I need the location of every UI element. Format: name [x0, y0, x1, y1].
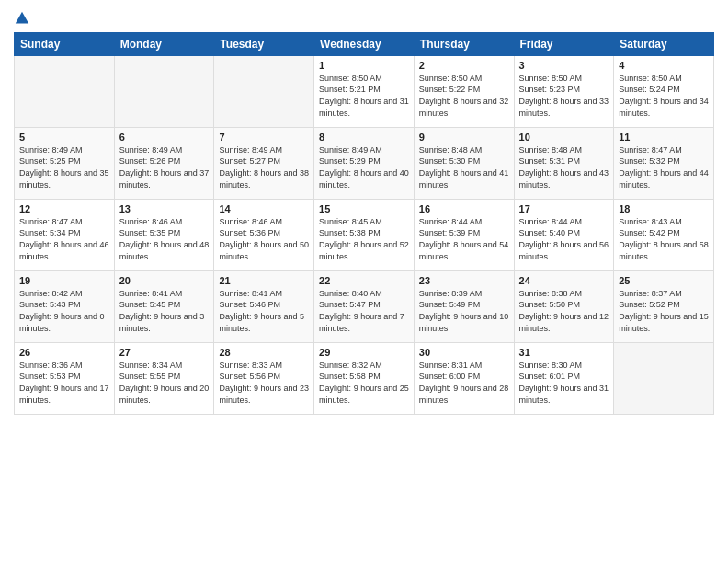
day-number: 5: [19, 132, 109, 143]
weekday-header-wednesday: Wednesday: [314, 32, 415, 55]
day-number: 19: [19, 275, 109, 286]
day-info: Sunrise: 8:44 AMSunset: 5:39 PMDaylight:…: [419, 216, 509, 262]
day-number: 8: [319, 132, 409, 143]
week-row-2: 5Sunrise: 8:49 AMSunset: 5:25 PMDaylight…: [15, 127, 714, 199]
day-cell: 9Sunrise: 8:48 AMSunset: 5:30 PMDaylight…: [414, 127, 514, 199]
day-number: 13: [119, 203, 210, 214]
day-cell: 4Sunrise: 8:50 AMSunset: 5:24 PMDaylight…: [614, 55, 714, 127]
day-cell: 25Sunrise: 8:37 AMSunset: 5:52 PMDayligh…: [614, 270, 714, 342]
logo: [14, 9, 30, 27]
day-info: Sunrise: 8:30 AMSunset: 6:01 PMDaylight:…: [519, 360, 609, 406]
day-cell: 28Sunrise: 8:33 AMSunset: 5:56 PMDayligh…: [214, 342, 314, 414]
day-number: 18: [619, 203, 709, 214]
day-number: 26: [19, 347, 109, 358]
day-info: Sunrise: 8:37 AMSunset: 5:52 PMDaylight:…: [619, 288, 709, 334]
day-number: 21: [219, 275, 309, 286]
day-number: 28: [219, 347, 309, 358]
day-cell: [214, 55, 314, 127]
day-cell: [114, 55, 214, 127]
day-cell: 29Sunrise: 8:32 AMSunset: 5:58 PMDayligh…: [314, 342, 415, 414]
weekday-header-friday: Friday: [514, 32, 614, 55]
day-cell: 20Sunrise: 8:41 AMSunset: 5:45 PMDayligh…: [114, 270, 214, 342]
day-info: Sunrise: 8:50 AMSunset: 5:23 PMDaylight:…: [519, 73, 609, 119]
weekday-header-monday: Monday: [114, 32, 214, 55]
calendar-container: SundayMondayTuesdayWednesdayThursdayFrid…: [0, 0, 728, 563]
day-info: Sunrise: 8:40 AMSunset: 5:47 PMDaylight:…: [319, 288, 409, 334]
weekday-header-tuesday: Tuesday: [214, 32, 314, 55]
day-info: Sunrise: 8:32 AMSunset: 5:58 PMDaylight:…: [319, 360, 409, 406]
day-cell: 3Sunrise: 8:50 AMSunset: 5:23 PMDaylight…: [514, 55, 614, 127]
week-row-4: 19Sunrise: 8:42 AMSunset: 5:43 PMDayligh…: [15, 270, 714, 342]
day-cell: 10Sunrise: 8:48 AMSunset: 5:31 PMDayligh…: [514, 127, 614, 199]
day-cell: 22Sunrise: 8:40 AMSunset: 5:47 PMDayligh…: [314, 270, 415, 342]
day-cell: 18Sunrise: 8:43 AMSunset: 5:42 PMDayligh…: [614, 199, 714, 270]
day-number: 11: [619, 132, 709, 143]
day-info: Sunrise: 8:47 AMSunset: 5:32 PMDaylight:…: [619, 144, 709, 190]
day-info: Sunrise: 8:36 AMSunset: 5:53 PMDaylight:…: [19, 360, 109, 406]
day-number: 30: [419, 347, 509, 358]
day-number: 2: [419, 60, 509, 71]
day-cell: 16Sunrise: 8:44 AMSunset: 5:39 PMDayligh…: [414, 199, 514, 270]
day-cell: 24Sunrise: 8:38 AMSunset: 5:50 PMDayligh…: [514, 270, 614, 342]
day-cell: 8Sunrise: 8:49 AMSunset: 5:29 PMDaylight…: [314, 127, 415, 199]
day-info: Sunrise: 8:42 AMSunset: 5:43 PMDaylight:…: [19, 288, 109, 334]
day-info: Sunrise: 8:44 AMSunset: 5:40 PMDaylight:…: [519, 216, 609, 262]
day-info: Sunrise: 8:49 AMSunset: 5:29 PMDaylight:…: [319, 144, 409, 190]
day-info: Sunrise: 8:50 AMSunset: 5:24 PMDaylight:…: [619, 73, 709, 119]
day-info: Sunrise: 8:49 AMSunset: 5:26 PMDaylight:…: [119, 144, 210, 190]
day-cell: 19Sunrise: 8:42 AMSunset: 5:43 PMDayligh…: [15, 270, 115, 342]
day-number: 14: [219, 203, 309, 214]
day-info: Sunrise: 8:38 AMSunset: 5:50 PMDaylight:…: [519, 288, 609, 334]
day-number: 3: [519, 60, 609, 71]
day-number: 27: [119, 347, 210, 358]
day-info: Sunrise: 8:49 AMSunset: 5:25 PMDaylight:…: [19, 144, 109, 190]
day-cell: 12Sunrise: 8:47 AMSunset: 5:34 PMDayligh…: [15, 199, 115, 270]
day-number: 7: [219, 132, 309, 143]
day-cell: 17Sunrise: 8:44 AMSunset: 5:40 PMDayligh…: [514, 199, 614, 270]
day-number: 12: [19, 203, 109, 214]
day-cell: 15Sunrise: 8:45 AMSunset: 5:38 PMDayligh…: [314, 199, 415, 270]
day-number: 31: [519, 347, 609, 358]
day-info: Sunrise: 8:47 AMSunset: 5:34 PMDaylight:…: [19, 216, 109, 262]
day-cell: 6Sunrise: 8:49 AMSunset: 5:26 PMDaylight…: [114, 127, 214, 199]
logo-general: [14, 9, 30, 27]
weekday-header-saturday: Saturday: [614, 32, 714, 55]
day-cell: 13Sunrise: 8:46 AMSunset: 5:35 PMDayligh…: [114, 199, 214, 270]
day-cell: 21Sunrise: 8:41 AMSunset: 5:46 PMDayligh…: [214, 270, 314, 342]
day-info: Sunrise: 8:39 AMSunset: 5:49 PMDaylight:…: [419, 288, 509, 334]
day-info: Sunrise: 8:48 AMSunset: 5:30 PMDaylight:…: [419, 144, 509, 190]
svg-marker-0: [16, 12, 28, 24]
day-cell: [15, 55, 115, 127]
day-info: Sunrise: 8:41 AMSunset: 5:46 PMDaylight:…: [219, 288, 309, 334]
calendar-table: SundayMondayTuesdayWednesdayThursdayFrid…: [14, 32, 714, 415]
day-info: Sunrise: 8:46 AMSunset: 5:36 PMDaylight:…: [219, 216, 309, 262]
day-cell: 31Sunrise: 8:30 AMSunset: 6:01 PMDayligh…: [514, 342, 614, 414]
weekday-header-thursday: Thursday: [414, 32, 514, 55]
day-info: Sunrise: 8:34 AMSunset: 5:55 PMDaylight:…: [119, 360, 210, 406]
weekday-header-row: SundayMondayTuesdayWednesdayThursdayFrid…: [15, 32, 714, 55]
week-row-1: 1Sunrise: 8:50 AMSunset: 5:21 PMDaylight…: [15, 55, 714, 127]
header: [14, 9, 714, 27]
day-cell: 23Sunrise: 8:39 AMSunset: 5:49 PMDayligh…: [414, 270, 514, 342]
day-number: 23: [419, 275, 509, 286]
day-number: 6: [119, 132, 210, 143]
day-cell: 5Sunrise: 8:49 AMSunset: 5:25 PMDaylight…: [15, 127, 115, 199]
day-info: Sunrise: 8:48 AMSunset: 5:31 PMDaylight:…: [519, 144, 609, 190]
day-number: 22: [319, 275, 409, 286]
day-cell: [614, 342, 714, 414]
week-row-3: 12Sunrise: 8:47 AMSunset: 5:34 PMDayligh…: [15, 199, 714, 270]
day-cell: 26Sunrise: 8:36 AMSunset: 5:53 PMDayligh…: [15, 342, 115, 414]
day-number: 15: [319, 203, 409, 214]
day-cell: 1Sunrise: 8:50 AMSunset: 5:21 PMDaylight…: [314, 55, 415, 127]
day-number: 25: [619, 275, 709, 286]
day-info: Sunrise: 8:45 AMSunset: 5:38 PMDaylight:…: [319, 216, 409, 262]
day-cell: 30Sunrise: 8:31 AMSunset: 6:00 PMDayligh…: [414, 342, 514, 414]
day-cell: 11Sunrise: 8:47 AMSunset: 5:32 PMDayligh…: [614, 127, 714, 199]
day-cell: 14Sunrise: 8:46 AMSunset: 5:36 PMDayligh…: [214, 199, 314, 270]
day-info: Sunrise: 8:50 AMSunset: 5:21 PMDaylight:…: [319, 73, 409, 119]
day-info: Sunrise: 8:49 AMSunset: 5:27 PMDaylight:…: [219, 144, 309, 190]
day-info: Sunrise: 8:33 AMSunset: 5:56 PMDaylight:…: [219, 360, 309, 406]
week-row-5: 26Sunrise: 8:36 AMSunset: 5:53 PMDayligh…: [15, 342, 714, 414]
day-number: 16: [419, 203, 509, 214]
day-number: 9: [419, 132, 509, 143]
